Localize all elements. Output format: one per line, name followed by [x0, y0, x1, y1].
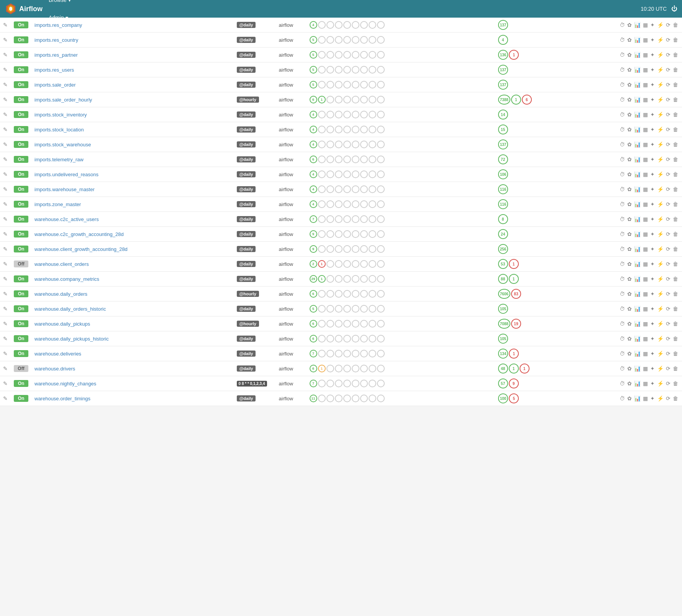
- task-circle[interactable]: 2: [310, 260, 317, 268]
- edit-icon[interactable]: ✎: [3, 22, 8, 28]
- tree-icon[interactable]: ✿: [626, 305, 633, 312]
- tree-icon[interactable]: ✿: [626, 320, 633, 327]
- lightning-icon[interactable]: ⚡: [656, 156, 664, 163]
- total-count-badge[interactable]: 7088: [498, 319, 510, 329]
- dag-toggle-button[interactable]: On: [14, 141, 28, 148]
- edit-icon-cell[interactable]: ✎: [0, 391, 11, 406]
- dag-name-link[interactable]: warehouse.client_growth_accounting_28d: [34, 246, 128, 252]
- clock-icon[interactable]: ⏱: [619, 36, 626, 43]
- dag-name-link[interactable]: warehouse.daily_orders: [34, 291, 87, 297]
- refresh-icon[interactable]: ⟳: [665, 51, 671, 58]
- edit-icon[interactable]: ✎: [3, 216, 8, 222]
- clock-icon[interactable]: ⏱: [619, 111, 626, 118]
- delete-icon[interactable]: 🗑: [672, 81, 679, 88]
- edit-icon[interactable]: ✎: [3, 111, 8, 118]
- tree-icon[interactable]: ✿: [626, 350, 633, 357]
- gantt-icon[interactable]: ▦: [642, 275, 649, 282]
- lightning-icon[interactable]: ⚡: [656, 21, 664, 28]
- total-count-badge[interactable]: 15: [498, 125, 508, 134]
- tree-icon[interactable]: ✿: [626, 81, 633, 88]
- schedule-badge[interactable]: @daily: [237, 306, 256, 312]
- total-count-badge[interactable]: 53: [498, 259, 508, 269]
- tree-icon[interactable]: ✿: [626, 290, 633, 297]
- lightning-icon[interactable]: ⚡: [656, 350, 664, 357]
- clock-icon[interactable]: ⏱: [619, 246, 626, 252]
- total-count-badge[interactable]: 5: [509, 393, 519, 403]
- dag-toggle-button[interactable]: On: [14, 320, 28, 327]
- total-count-badge[interactable]: 4: [498, 35, 508, 45]
- tree-icon[interactable]: ✿: [626, 51, 633, 58]
- edit-icon-cell[interactable]: ✎: [0, 197, 11, 212]
- bar-chart-icon[interactable]: 📊: [633, 305, 641, 312]
- bar-chart-icon[interactable]: 📊: [633, 186, 641, 193]
- bar-chart-icon[interactable]: 📊: [633, 126, 641, 133]
- task-circle[interactable]: 29: [310, 275, 317, 283]
- total-count-badge[interactable]: 57: [498, 378, 508, 388]
- edit-icon[interactable]: ✎: [3, 67, 8, 73]
- code-icon[interactable]: ✦: [649, 141, 656, 148]
- edit-icon[interactable]: ✎: [3, 261, 8, 267]
- delete-icon[interactable]: 🗑: [672, 395, 679, 402]
- dag-name-link[interactable]: imports.sale_order_hourly: [34, 97, 92, 103]
- total-count-badge[interactable]: 8: [498, 214, 508, 224]
- tree-icon[interactable]: ✿: [626, 380, 633, 387]
- refresh-icon[interactable]: ⟳: [665, 275, 671, 282]
- task-circle[interactable]: 7: [310, 380, 317, 387]
- task-circle[interactable]: 6: [310, 320, 317, 328]
- dag-toggle-button[interactable]: On: [14, 96, 28, 103]
- bar-chart-icon[interactable]: 📊: [633, 395, 641, 402]
- dag-name-link[interactable]: imports.telemetry_raw: [34, 157, 84, 162]
- gantt-icon[interactable]: ▦: [642, 290, 649, 297]
- refresh-icon[interactable]: ⟳: [665, 126, 671, 133]
- dag-toggle-button[interactable]: On: [14, 216, 28, 223]
- lightning-icon[interactable]: ⚡: [656, 395, 664, 402]
- clock-icon[interactable]: ⏱: [619, 51, 626, 58]
- lightning-icon[interactable]: ⚡: [656, 305, 664, 312]
- schedule-badge[interactable]: @daily: [237, 261, 256, 267]
- edit-icon[interactable]: ✎: [3, 231, 8, 237]
- gantt-icon[interactable]: ▦: [642, 380, 649, 387]
- bar-chart-icon[interactable]: 📊: [633, 201, 641, 208]
- schedule-badge[interactable]: @daily: [237, 231, 256, 237]
- code-icon[interactable]: ✦: [649, 380, 656, 387]
- total-count-badge[interactable]: 106: [498, 169, 508, 179]
- lightning-icon[interactable]: ⚡: [656, 96, 664, 103]
- gantt-icon[interactable]: ▦: [642, 66, 649, 73]
- edit-icon[interactable]: ✎: [3, 171, 8, 177]
- delete-icon[interactable]: 🗑: [672, 36, 679, 43]
- total-count-badge[interactable]: 105: [498, 334, 508, 344]
- dag-name-link[interactable]: imports.res_country: [34, 37, 78, 43]
- tree-icon[interactable]: ✿: [626, 216, 633, 223]
- clock-icon[interactable]: ⏱: [619, 320, 626, 327]
- edit-icon-cell[interactable]: ✎: [0, 227, 11, 242]
- task-circle[interactable]: 1: [318, 260, 326, 268]
- code-icon[interactable]: ✦: [649, 51, 656, 58]
- refresh-icon[interactable]: ⟳: [665, 186, 671, 193]
- edit-icon[interactable]: ✎: [3, 201, 8, 207]
- delete-icon[interactable]: 🗑: [672, 201, 679, 208]
- dag-toggle-button[interactable]: On: [14, 231, 28, 238]
- gantt-icon[interactable]: ▦: [642, 260, 649, 267]
- schedule-badge[interactable]: @daily: [237, 186, 256, 192]
- clock-icon[interactable]: ⏱: [619, 275, 626, 282]
- schedule-badge[interactable]: @daily: [237, 336, 256, 342]
- refresh-icon[interactable]: ⟳: [665, 231, 671, 238]
- bar-chart-icon[interactable]: 📊: [633, 81, 641, 88]
- lightning-icon[interactable]: ⚡: [656, 365, 664, 372]
- tree-icon[interactable]: ✿: [626, 260, 633, 267]
- dag-toggle-button[interactable]: On: [14, 305, 28, 312]
- code-icon[interactable]: ✦: [649, 96, 656, 103]
- edit-icon[interactable]: ✎: [3, 291, 8, 297]
- total-count-badge[interactable]: 116: [498, 184, 508, 194]
- edit-icon-cell[interactable]: ✎: [0, 316, 11, 331]
- refresh-icon[interactable]: ⟳: [665, 201, 671, 208]
- lightning-icon[interactable]: ⚡: [656, 186, 664, 193]
- lightning-icon[interactable]: ⚡: [656, 51, 664, 58]
- schedule-badge[interactable]: @daily: [237, 22, 256, 28]
- edit-icon-cell[interactable]: ✎: [0, 62, 11, 77]
- bar-chart-icon[interactable]: 📊: [633, 365, 641, 372]
- gantt-icon[interactable]: ▦: [642, 335, 649, 342]
- clock-icon[interactable]: ⏱: [619, 21, 626, 28]
- delete-icon[interactable]: 🗑: [672, 141, 679, 148]
- refresh-icon[interactable]: ⟳: [665, 365, 671, 372]
